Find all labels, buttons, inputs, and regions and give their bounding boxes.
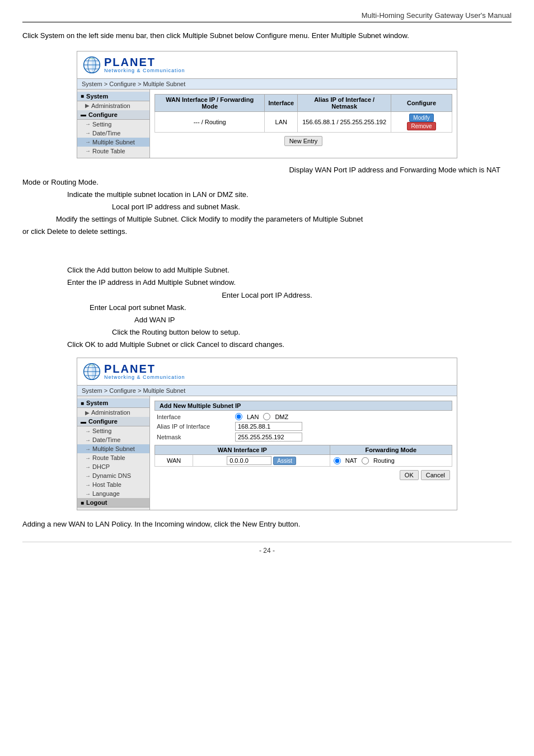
planet-text-2: PLANET Networking & Communication xyxy=(104,363,185,380)
iface-value: LAN DMZ xyxy=(235,413,288,420)
ok-button[interactable]: OK xyxy=(400,470,419,480)
arrow-rt-2: → xyxy=(85,455,91,461)
arrow-dt-2: → xyxy=(85,437,91,443)
sidebar-configure-1: ▬ Configure xyxy=(77,110,149,120)
sidebar-setting-label-2: Setting xyxy=(92,428,111,434)
row-cfg-btns: Modify Remove xyxy=(391,111,452,132)
desc-2: Indicate the multiple subnet location in… xyxy=(22,189,512,201)
logo-area-1: PLANET Networking & Communication xyxy=(77,51,457,79)
minus-icon-2: ■ xyxy=(81,400,84,406)
intro-text: Click System on the left side menu bar, … xyxy=(22,30,512,42)
sidebar-system-1: ■ System xyxy=(77,92,149,101)
ui-body-1: ■ System ▶ Administration ▬ Configure → … xyxy=(77,90,457,158)
alias-input[interactable] xyxy=(235,422,302,431)
sidebar-ms-label-2: Multiple Subnet xyxy=(92,445,135,452)
arrow-lang-2: → xyxy=(85,491,91,497)
sidebar-dt-label-1: Date/Time xyxy=(92,130,120,137)
row-iface-val: LAN xyxy=(265,111,298,132)
label-nat: NAT xyxy=(345,457,357,464)
col-alias-header: Alias IP of Interface / Netmask xyxy=(298,94,391,111)
sidebar-ms-2[interactable]: → Multiple Subnet xyxy=(77,444,149,453)
sidebar-setting-label-1: Setting xyxy=(92,121,111,128)
sidebar-dt-label-2: Date/Time xyxy=(92,436,120,443)
sidebar-admin-2[interactable]: ▶ Administration xyxy=(77,408,149,417)
sidebar-datetime-1[interactable]: → Date/Time xyxy=(77,129,149,138)
sidebar-logout-2[interactable]: ■ Logout xyxy=(77,498,149,508)
ui-screenshot-1: PLANET Networking & Communication System… xyxy=(77,51,457,158)
ui-content-1: WAN Interface IP / Forwarding Mode Inter… xyxy=(150,90,457,158)
radio-lan[interactable] xyxy=(235,413,242,420)
sidebar-setting-1[interactable]: → Setting xyxy=(77,120,149,129)
sidebar-2: ■ System ▶ Administration ▬ Configure → … xyxy=(77,396,150,510)
label-routing: Routing xyxy=(373,457,395,464)
sidebar-dhcp-label-2: DHCP xyxy=(92,463,110,470)
sidebar-routetable-1[interactable]: → Route Table xyxy=(77,147,149,156)
arrow-ms-2: → xyxy=(85,446,91,452)
sidebar-dhcp-2[interactable]: → DHCP xyxy=(77,462,149,471)
wan-ip-cell: Assist xyxy=(193,455,330,467)
sidebar-cfg-2: ▬ Configure xyxy=(77,417,149,426)
planet-brand-1: PLANET xyxy=(104,57,185,68)
sidebar-setting-2[interactable]: → Setting xyxy=(77,426,149,435)
planet-text-1: PLANET Networking & Communication xyxy=(104,57,185,73)
sidebar-rt-label-1: Route Table xyxy=(92,148,125,154)
sidebar-logout-label-2: Logout xyxy=(86,499,107,506)
sidebar-configure-label-1: Configure xyxy=(88,111,118,118)
ui-screenshot-2: PLANET Networking & Communication System… xyxy=(77,358,457,510)
bottom-text: Adding a new WAN to LAN Policy. In the I… xyxy=(22,518,512,530)
wan-ip-input[interactable] xyxy=(227,456,271,465)
arrow-host-2: → xyxy=(85,482,91,488)
form-row-alias: Alias IP of Interface xyxy=(154,422,452,431)
radio-dmz[interactable] xyxy=(263,413,270,420)
ok-cancel-row: OK Cancel xyxy=(154,470,452,480)
minus-icon-cfg-2: ▬ xyxy=(81,419,86,425)
form-row-interface: Interface LAN DMZ xyxy=(154,413,452,420)
sidebar-datetime-2[interactable]: → Date/Time xyxy=(77,435,149,444)
sidebar-lang-label-2: Language xyxy=(92,490,120,497)
assist-button[interactable]: Assist xyxy=(273,457,296,465)
sidebar-multisubnet-1[interactable]: → Multiple Subnet xyxy=(77,138,149,147)
instr-7: Click OK to add Multiple Subnet or click… xyxy=(22,339,512,351)
modify-button-1[interactable]: Modify xyxy=(409,114,433,122)
desc-4: Modify the settings of Multiple Subnet. … xyxy=(22,213,512,226)
sidebar-rt-label-2: Route Table xyxy=(92,454,125,461)
new-entry-button-1[interactable]: New Entry xyxy=(284,136,323,146)
radio-nat[interactable] xyxy=(334,457,341,464)
row-alias-val: 156.65.88.1 / 255.255.255.192 xyxy=(298,111,391,132)
form-row-netmask: Netmask xyxy=(154,433,452,442)
sidebar-ddns-2[interactable]: → Dynamic DNS xyxy=(77,471,149,480)
instr-2: Enter the IP address in Add Multiple Sub… xyxy=(22,276,512,289)
logout-icon-2: ■ xyxy=(81,500,84,506)
sidebar-host-label-2: Host Table xyxy=(92,481,121,488)
fwd-mode-radios: NAT Routing xyxy=(334,457,448,464)
planet-globe-icon-1 xyxy=(82,55,102,75)
sidebar-lang-2[interactable]: → Language xyxy=(77,489,149,498)
planet-logo-1: PLANET Networking & Communication xyxy=(82,55,185,75)
instr-3: Enter Local port IP Address. xyxy=(22,289,512,302)
sidebar-admin-label-1: Administration xyxy=(91,102,130,109)
page-number: - 24 - xyxy=(259,547,275,555)
cancel-button[interactable]: Cancel xyxy=(421,470,450,480)
remove-button-1[interactable]: Remove xyxy=(407,122,435,130)
sidebar-rt-2[interactable]: → Route Table xyxy=(77,453,149,462)
col-wan-header: WAN Interface IP / Forwarding Mode xyxy=(155,94,265,111)
wan-label-cell: WAN xyxy=(155,455,193,467)
spacer-1 xyxy=(22,247,512,255)
arrow-ms-1: → xyxy=(85,139,91,145)
sidebar-host-2[interactable]: → Host Table xyxy=(77,480,149,489)
config-table-1: WAN Interface IP / Forwarding Mode Inter… xyxy=(154,94,452,133)
planet-tagline-1: Networking & Communication xyxy=(104,68,185,73)
page-header: Multi-Homing Security Gateway User's Man… xyxy=(22,11,512,22)
sidebar-admin-1[interactable]: ▶ Administration xyxy=(77,101,149,110)
instructions-block: Click the Add button below to add Multip… xyxy=(22,264,512,351)
logo-area-2: PLANET Networking & Communication xyxy=(77,358,457,386)
sidebar-1: ■ System ▶ Administration ▬ Configure → … xyxy=(77,90,150,158)
col-iface-header: Interface xyxy=(265,94,298,111)
arrow-admin-2: ▶ xyxy=(85,410,90,416)
desc-3: Local port IP address and subnet Mask. xyxy=(22,201,512,213)
radio-routing[interactable] xyxy=(362,457,369,464)
netmask-input[interactable] xyxy=(235,433,302,442)
sidebar-ddns-label-2: Dynamic DNS xyxy=(92,472,131,479)
iface-radio-group: LAN DMZ xyxy=(235,413,288,420)
sidebar-sys-label-2: System xyxy=(86,400,108,406)
